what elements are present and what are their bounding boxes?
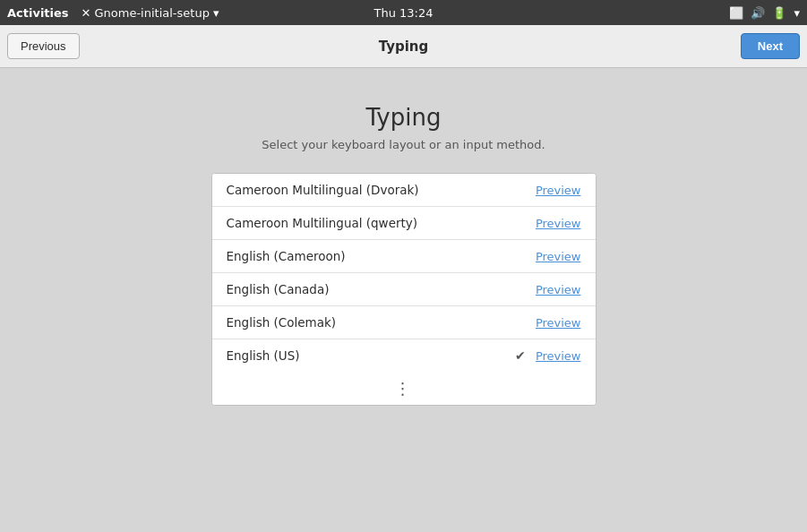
headerbar: Previous Typing Next [0,25,807,68]
list-item[interactable]: Cameroon Multilingual (qwerty)Preview [212,207,596,240]
keyboard-layout-list: Cameroon Multilingual (Dvorak)PreviewCam… [211,173,597,406]
more-dots-icon[interactable]: ⋮ [395,379,413,398]
list-item-left: Cameroon Multilingual (Dvorak) [227,183,419,197]
main-content: Typing Select your keyboard layout or an… [0,68,807,532]
app-icon: ✕ [82,6,91,20]
app-label: Gnome-initial-setup [95,6,210,20]
list-item-left: Cameroon Multilingual (qwerty) [227,216,418,230]
volume-icon[interactable]: 🔊 [751,6,765,20]
next-button[interactable]: Next [741,33,800,59]
list-item-left: English (US) [227,348,300,363]
preview-link[interactable]: Preview [536,349,581,363]
topbar-left: Activities ✕ Gnome-initial-setup ▾ [7,6,219,20]
page-title: Typing [366,104,442,131]
previous-button[interactable]: Previous [7,33,80,59]
list-item-right: Preview [536,283,581,296]
battery-icon[interactable]: 🔋 [772,6,786,20]
list-item[interactable]: English (US)✔Preview [212,339,596,372]
list-item-left: English (Canada) [227,282,330,296]
keyboard-layout-name: Cameroon Multilingual (Dvorak) [227,183,419,197]
list-item-right: Preview [536,316,581,330]
page-title-header: Typing [379,39,429,55]
keyboard-layout-name: English (Canada) [227,282,330,296]
list-item-right: Preview [536,184,581,197]
keyboard-layout-name: English (Colemak) [227,315,337,330]
list-item-left: English (Cameroon) [227,249,346,263]
list-item-left: English (Colemak) [227,315,337,330]
more-row[interactable]: ⋮ [212,372,596,405]
list-item-right: Preview [536,250,581,263]
keyboard-layout-name: Cameroon Multilingual (qwerty) [227,216,418,230]
preview-link[interactable]: Preview [536,184,581,197]
app-menu[interactable]: ✕ Gnome-initial-setup ▾ [82,6,219,20]
list-item-right: Preview [536,217,581,230]
topbar-clock: Thu 13:24 [373,6,433,20]
list-item[interactable]: English (Colemak)Preview [212,306,596,339]
selected-checkmark-icon: ✔ [514,348,527,363]
activities-button[interactable]: Activities [7,6,69,20]
preview-link[interactable]: Preview [536,283,581,296]
topbar-right: ⬜ 🔊 🔋 ▾ [729,6,800,20]
list-item[interactable]: English (Canada)Preview [212,273,596,306]
windows-icon[interactable]: ⬜ [729,6,743,20]
app-arrow-icon: ▾ [213,6,219,20]
list-item-right: ✔Preview [514,348,581,363]
keyboard-layout-name: English (Cameroon) [227,249,346,263]
preview-link[interactable]: Preview [536,316,581,330]
page-subtitle: Select your keyboard layout or an input … [262,138,545,151]
topbar: Activities ✕ Gnome-initial-setup ▾ Thu 1… [0,0,807,25]
list-item[interactable]: Cameroon Multilingual (Dvorak)Preview [212,174,596,207]
system-menu-icon[interactable]: ▾ [794,6,800,20]
list-item[interactable]: English (Cameroon)Preview [212,240,596,273]
keyboard-layout-name: English (US) [227,348,300,363]
preview-link[interactable]: Preview [536,250,581,263]
preview-link[interactable]: Preview [536,217,581,230]
